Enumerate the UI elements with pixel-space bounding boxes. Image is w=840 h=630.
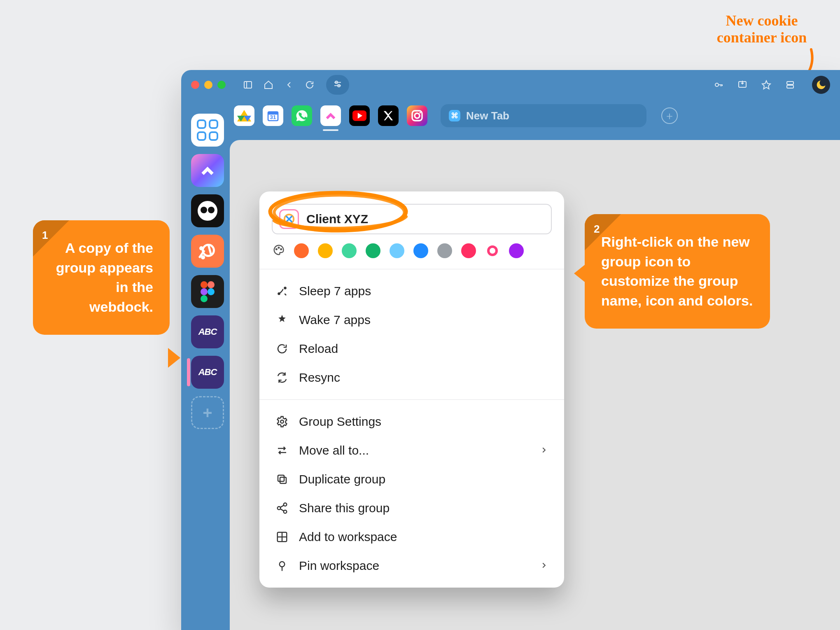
group-name-input[interactable] [306, 212, 544, 226]
webdock: ABC ABC + [187, 114, 228, 429]
clickup-icon [324, 109, 338, 123]
color-swatch-grey[interactable] [437, 243, 452, 258]
menu-item-label: Move all to... [299, 443, 369, 457]
back-button[interactable] [281, 77, 297, 93]
minimize-window-button[interactable] [204, 81, 212, 89]
color-swatch-sky[interactable] [390, 243, 404, 258]
pinned-app-whatsapp[interactable] [292, 105, 312, 126]
pin-icon [275, 559, 289, 573]
svg-rect-32 [280, 477, 286, 483]
callout-text: A copy of the group appears in the webdo… [49, 238, 153, 317]
group-name-field[interactable] [272, 204, 552, 234]
install-app-icon[interactable] [735, 77, 749, 93]
dock-apps-grid[interactable] [191, 114, 224, 147]
pinned-app-drive[interactable] [234, 105, 254, 126]
new-tab-button[interactable]: ＋ [661, 107, 678, 124]
drive-icon [237, 110, 251, 121]
menu-item-label: Pin workspace [299, 559, 379, 573]
svg-rect-0 [244, 82, 252, 88]
dock-hubspot[interactable] [191, 235, 224, 268]
pinned-app-calendar[interactable]: 31 [263, 105, 283, 126]
svg-point-35 [278, 506, 281, 510]
color-swatch-mint[interactable] [342, 243, 357, 258]
menu-item-label: Duplicate group [299, 472, 385, 486]
home-button[interactable] [260, 77, 277, 93]
apps-grid-icon [197, 119, 218, 141]
svg-point-22 [419, 112, 421, 114]
tab-groups-icon[interactable] [783, 77, 797, 93]
color-swatch-ring[interactable] [485, 243, 500, 258]
menu-duplicate-group[interactable]: Duplicate group [259, 465, 564, 494]
callout-text: Right-click on the new group icon to cus… [601, 232, 754, 310]
menu-item-label: Resync [299, 371, 340, 385]
menu-resync[interactable]: Resync [259, 363, 564, 392]
dock-group-abc-original[interactable]: ABC [191, 315, 224, 348]
svg-point-25 [278, 247, 280, 248]
calendar-icon: 31 [266, 109, 280, 122]
bookmark-star-icon[interactable] [759, 77, 773, 93]
dock-add-button[interactable]: + [191, 396, 224, 429]
dock-figma[interactable] [191, 275, 224, 308]
svg-point-42 [280, 562, 285, 567]
color-swatch-blue[interactable] [413, 243, 428, 258]
resync-icon [275, 371, 289, 385]
sleep-icon [275, 284, 289, 298]
pinned-app-instagram[interactable] [407, 105, 427, 126]
youtube-icon [352, 110, 366, 121]
annotation-cookie-container: New cookie container icon [700, 12, 824, 47]
dock-group-abc-copy[interactable]: ABC [191, 356, 224, 389]
url-bar[interactable] [326, 75, 349, 95]
color-swatch-pink[interactable] [461, 243, 476, 258]
svg-point-36 [284, 510, 287, 513]
callout-number: 2 [594, 222, 600, 236]
whatsapp-icon [295, 109, 308, 122]
color-swatch-orange[interactable] [294, 243, 309, 258]
cookie-container-button[interactable] [812, 76, 830, 94]
menu-add-workspace[interactable]: Add to workspace [259, 523, 564, 551]
svg-point-34 [284, 503, 287, 506]
pinned-app-x[interactable] [378, 105, 399, 126]
group-icon-picker[interactable] [279, 209, 299, 229]
color-swatch-green[interactable] [366, 243, 380, 258]
menu-pin-workspace[interactable]: Pin workspace [259, 551, 564, 580]
dock-clickup[interactable] [191, 154, 224, 187]
menu-sleep-apps[interactable]: Sleep 7 apps [259, 277, 564, 306]
password-key-icon[interactable] [712, 77, 726, 93]
svg-text:31: 31 [270, 114, 276, 120]
color-swatch-purple[interactable] [509, 243, 524, 258]
hubspot-icon [199, 243, 216, 259]
owl-icon [198, 201, 217, 221]
pinned-app-clickup[interactable] [320, 105, 341, 126]
dock-hootsuite[interactable] [191, 194, 224, 227]
new-tab-favicon: ⌘ [449, 110, 460, 121]
svg-point-6 [715, 83, 719, 86]
workspace-icon [275, 530, 289, 544]
sidebar-toggle-button[interactable] [240, 77, 256, 93]
svg-point-24 [276, 249, 277, 250]
duplicate-icon [275, 472, 289, 486]
svg-rect-33 [278, 475, 284, 481]
callout-1: 1 A copy of the group appears in the web… [33, 220, 170, 335]
svg-point-29 [280, 420, 284, 423]
reload-button[interactable] [301, 77, 318, 93]
palette-icon[interactable] [273, 244, 285, 258]
svg-marker-12 [762, 81, 770, 89]
close-window-button[interactable] [191, 81, 199, 89]
menu-reload[interactable]: Reload [259, 334, 564, 363]
callout-2: 2 Right-click on the new group icon to c… [585, 214, 770, 329]
menu-move-all[interactable]: Move all to... [259, 436, 564, 465]
wake-icon [275, 313, 289, 327]
menu-group-settings[interactable]: Group Settings [259, 407, 564, 436]
menu-section-actions: Sleep 7 apps Wake 7 apps Reload Resync [259, 269, 564, 399]
svg-point-27 [285, 287, 286, 289]
menu-share-group[interactable]: Share this group [259, 494, 564, 523]
chevron-right-icon [539, 559, 548, 573]
menu-wake-apps[interactable]: Wake 7 apps [259, 306, 564, 334]
color-swatch-amber[interactable] [318, 243, 333, 258]
new-tab[interactable]: ⌘ New Tab [441, 104, 646, 127]
menu-item-label: Group Settings [299, 415, 381, 429]
pinned-app-youtube[interactable] [349, 105, 370, 126]
svg-point-26 [280, 249, 282, 250]
maximize-window-button[interactable] [217, 81, 226, 89]
share-icon [275, 501, 289, 515]
